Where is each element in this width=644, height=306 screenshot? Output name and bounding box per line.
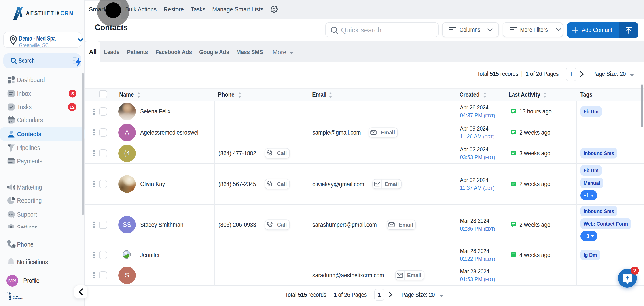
svg-text:COMPLIANT: COMPLIANT xyxy=(13,297,23,299)
svg-text:HIPAA: HIPAA xyxy=(13,295,18,297)
